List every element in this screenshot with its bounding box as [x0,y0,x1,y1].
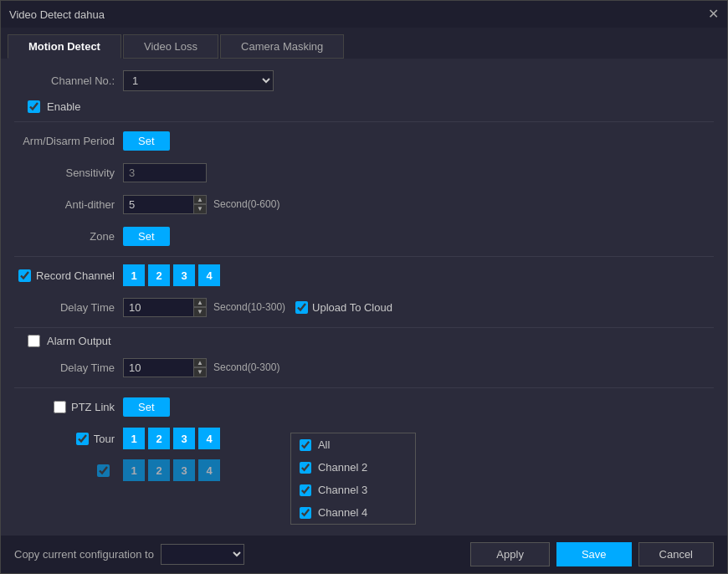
copy-dropdown-popup: All Channel 2 Channel 3 Channel 4 [290,433,416,525]
sensitivity-label: Sensitivity [14,167,123,179]
extra-checkbox[interactable] [97,464,110,477]
channel-no-label: Channel No.: [14,74,123,87]
dropdown-ch2-checkbox[interactable] [300,462,311,474]
close-button[interactable]: ✕ [708,8,719,21]
channel-no-row: Channel No.: 1 2 3 4 [14,69,714,92]
tour-checkbox[interactable] [76,433,89,445]
record-channel-label: Record Channel [36,269,115,282]
enable-label: Enable [47,100,80,113]
tour-ch2-btn[interactable]: 2 [148,428,170,449]
copy-select[interactable]: All Channel 2 Channel 3 Channel 4 [161,544,244,565]
upload-cloud-label: Upload To Cloud [312,301,392,314]
anti-dither-down-btn[interactable]: ▼ [193,204,207,214]
arm-disarm-set-button[interactable]: Set [123,131,170,151]
dropdown-ch2-label: Channel 2 [318,461,367,474]
record-channel-checkbox[interactable] [18,269,31,282]
alarm-delay-helper: Second(0-300) [213,361,279,373]
footer: Copy current configuration to All Channe… [1,536,727,573]
dropdown-all-label: All [318,438,330,451]
zone-set-button[interactable]: Set [123,227,170,246]
record-delay-up-btn[interactable]: ▲ [193,298,207,308]
sensitivity-row: Sensitivity [14,161,714,184]
ptz-link-checkbox[interactable] [54,401,66,413]
zone-row: Zone Set [14,224,714,248]
record-ch3-btn[interactable]: 3 [173,264,195,286]
alarm-delay-spinner: ▲ ▼ [123,358,207,377]
ptz-set-button[interactable]: Set [123,397,170,417]
channel-no-select[interactable]: 1 2 3 4 [123,70,274,91]
dropdown-all-checkbox[interactable] [300,439,311,451]
extra-ch4-btn[interactable]: 4 [198,459,220,481]
copy-dropdown-wrap: All Channel 2 Channel 3 Channel 4 All Ch… [161,544,244,565]
dropdown-ch4-label: Channel 4 [318,506,367,519]
extra-ch1-btn[interactable]: 1 [123,459,145,481]
extra-ch3-btn[interactable]: 3 [173,459,195,481]
record-delay-row: Delay Time ▲ ▼ Second(10-300) Upload To … [14,295,714,319]
zone-label: Zone [14,230,123,243]
record-delay-label: Delay Time [14,301,123,314]
alarm-output-row: Alarm Output [28,335,714,347]
copy-label: Copy current configuration to [14,548,154,561]
tour-ch4-btn[interactable]: 4 [198,428,220,449]
dropdown-ch4-checkbox[interactable] [300,507,311,519]
tour-ch1-btn[interactable]: 1 [123,428,145,449]
tour-channel-btns: 1 2 3 4 [123,428,220,449]
tab-video-loss[interactable]: Video Loss [123,34,218,59]
record-ch4-btn[interactable]: 4 [198,264,220,286]
alarm-output-checkbox[interactable] [28,335,40,347]
copy-row: Copy current configuration to All Channe… [14,544,244,565]
anti-dither-helper: Second(0-600) [213,198,279,210]
tour-label: Tour [94,433,115,445]
anti-dither-label: Anti-dither [14,198,123,211]
record-delay-spinner: ▲ ▼ [123,298,207,317]
arm-disarm-label: Arm/Disarm Period [14,135,123,147]
extra-ch2-btn[interactable]: 2 [148,459,170,481]
ptz-link-label: PTZ Link [71,401,115,413]
alarm-delay-spinner-btns: ▲ ▼ [193,358,207,377]
save-button[interactable]: Save [556,542,632,566]
dialog-title: Video Detect dahua [9,8,105,21]
sensitivity-input[interactable] [123,163,207,182]
extra-channel-btns: 1 2 3 4 [123,459,220,481]
dropdown-item-ch3[interactable]: Channel 3 [291,479,415,501]
enable-row: Enable [28,100,714,113]
alarm-delay-label: Delay Time [14,361,123,374]
anti-dither-row: Anti-dither ▲ ▼ Second(0-600) [14,192,714,216]
cancel-button[interactable]: Cancel [638,542,714,566]
anti-dither-spinner: ▲ ▼ [123,195,207,214]
dropdown-item-all[interactable]: All [291,433,415,456]
record-ch2-btn[interactable]: 2 [148,264,170,286]
alarm-delay-up-btn[interactable]: ▲ [193,358,207,368]
tab-camera-masking[interactable]: Camera Masking [220,34,344,59]
divider-3 [14,327,714,328]
tab-motion-detect[interactable]: Motion Detect [8,34,121,59]
tab-bar: Motion Detect Video Loss Camera Masking [1,28,727,59]
anti-dither-spinner-btns: ▲ ▼ [193,195,207,214]
footer-buttons: Apply Save Cancel [470,542,714,566]
title-bar: Video Detect dahua ✕ [1,1,727,28]
dropdown-item-ch4[interactable]: Channel 4 [291,501,415,524]
record-channel-btns: 1 2 3 4 [123,264,220,286]
record-delay-spinner-btns: ▲ ▼ [193,298,207,317]
anti-dither-up-btn[interactable]: ▲ [193,195,207,205]
record-channel-row: Record Channel 1 2 3 4 [14,264,714,287]
dropdown-item-ch2[interactable]: Channel 2 [291,456,415,479]
enable-checkbox[interactable] [28,100,40,113]
alarm-delay-down-btn[interactable]: ▼ [193,367,207,377]
dialog: Video Detect dahua ✕ Motion Detect Video… [0,0,728,574]
ptz-link-row: PTZ Link Set [14,395,714,418]
upload-cloud-checkbox[interactable] [295,301,308,314]
divider-4 [14,387,714,388]
record-delay-helper: Second(10-300) [213,301,285,313]
arm-disarm-row: Arm/Disarm Period Set [14,129,714,152]
record-ch1-btn[interactable]: 1 [123,264,145,286]
dropdown-ch3-checkbox[interactable] [300,484,311,496]
divider-1 [14,121,714,122]
dropdown-ch3-label: Channel 3 [318,484,367,496]
record-delay-down-btn[interactable]: ▼ [193,307,207,317]
alarm-delay-row: Delay Time ▲ ▼ Second(0-300) [14,356,714,379]
alarm-output-label: Alarm Output [47,335,111,347]
divider-2 [14,256,714,257]
apply-button[interactable]: Apply [470,542,550,566]
tour-ch3-btn[interactable]: 3 [173,428,195,449]
